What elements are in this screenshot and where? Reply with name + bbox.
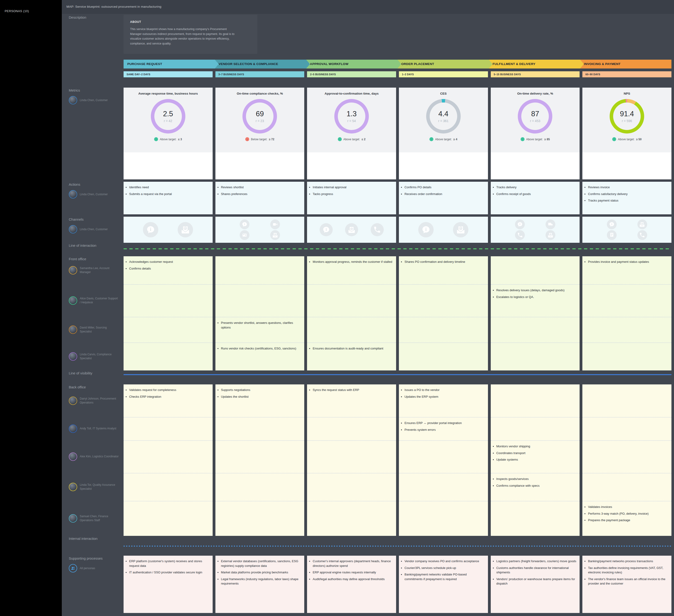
metric-cell-fulfillment-delivery[interactable]: On-time delivery rate, %87r = 453↑Above … [491, 88, 580, 179]
email-icon[interactable]: @ [546, 230, 555, 240]
front-office-cell[interactable] [215, 284, 305, 317]
front-office-cell[interactable] [124, 284, 213, 317]
portal-icon[interactable] [240, 230, 249, 240]
back-office-cell[interactable]: Validates request for completenessChecks… [124, 384, 213, 417]
stage-duration-vendor-selection-compliance[interactable]: 3–7 BUSINESS DAYS [215, 71, 305, 78]
back-office-cell[interactable]: Issues a PO to the vendorUpdates the ERP… [399, 384, 488, 417]
back-office-cell[interactable] [399, 501, 488, 536]
back-office-cell[interactable] [399, 440, 488, 473]
persona-alex-kim-logistics-coordinator[interactable]: Alex Kim, Logistics Coordinator [62, 452, 124, 461]
back-office-cell[interactable] [215, 440, 305, 473]
back-office-cell[interactable] [582, 473, 671, 501]
metric-cell-order-placement[interactable]: CES4.4r = 361↑Above target: ≥ 4 [399, 88, 488, 179]
metric-cell-vendor-selection-compliance[interactable]: On-time compliance checks, %69r = 23↓Bel… [215, 88, 305, 179]
persona-linda-tor-quality-assurance-specialist[interactable]: Linda Tor, Quality Assurance Specialist [62, 483, 124, 491]
front-office-cell[interactable] [124, 342, 213, 370]
front-office-cell[interactable]: Provides invoice and payment status upda… [582, 256, 671, 284]
front-office-cell[interactable] [399, 342, 488, 370]
front-office-cell[interactable] [491, 342, 580, 370]
phone-icon[interactable] [638, 230, 647, 240]
back-office-cell[interactable] [307, 417, 396, 440]
stage-duration-invoicing-payment[interactable]: 60–90 DAYS [582, 71, 671, 78]
supporting-cell-purchase-request[interactable]: ERP platform (customer's system) receive… [124, 556, 213, 613]
back-office-cell[interactable]: Supports negotiationsUpdates the shortli… [215, 384, 305, 417]
channels-cell-invoicing-payment[interactable]: @ [582, 217, 671, 243]
back-office-cell[interactable] [215, 417, 305, 440]
back-office-cell[interactable] [491, 501, 580, 536]
about-card[interactable]: ABOUT This service blueprint shows how a… [124, 15, 257, 54]
channels-cell-purchase-request[interactable]: @ [124, 217, 213, 243]
persona-linda-chen-customer[interactable]: Linda Chen, Customer [62, 225, 124, 234]
actions-cell-fulfillment-delivery[interactable]: Tracks deliveryConfirms receipt of goods [491, 182, 580, 214]
back-office-cell[interactable] [215, 473, 305, 501]
actions-cell-invoicing-payment[interactable]: Reviews invoiceConfirms satisfactory del… [582, 182, 671, 214]
front-office-cell[interactable]: Runs vendor risk checks (certifications,… [215, 342, 305, 370]
stage-header-approval-workflow[interactable]: APPROVAL WORKFLOW [306, 60, 401, 68]
back-office-cell[interactable]: Syncs the request status with ERP [307, 384, 396, 417]
video-icon[interactable] [270, 219, 280, 229]
back-office-cell[interactable] [124, 417, 213, 440]
back-office-cell[interactable] [491, 417, 580, 440]
persona-linda-chen-customer[interactable]: Linda Chen, Customer [62, 96, 124, 104]
front-office-cell[interactable]: Resolves delivery issues (delays, damage… [491, 284, 580, 317]
stage-header-vendor-selection-compliance[interactable]: VENDOR SELECTION & COMPLIANCE [215, 60, 310, 68]
back-office-cell[interactable] [307, 501, 396, 536]
email-icon[interactable]: @ [270, 230, 280, 240]
receipt-icon[interactable] [607, 230, 616, 240]
persona-linda-chen-customer[interactable]: Linda Chen, Customer [62, 190, 124, 198]
back-office-cell[interactable] [215, 501, 305, 536]
front-office-cell[interactable] [399, 317, 488, 342]
chat-info-icon[interactable] [418, 222, 434, 238]
supporting-cell-vendor-selection-compliance[interactable]: External vendor databases (certification… [215, 556, 305, 613]
front-office-cell[interactable]: Ensures documentation is audit-ready and… [307, 342, 396, 370]
phone-icon[interactable] [515, 230, 525, 240]
persona-linda-carvis-compliance-specialist[interactable]: Linda Carvis, Compliance Specialist [62, 352, 124, 361]
front-office-cell[interactable] [307, 317, 396, 342]
supporting-cell-invoicing-payment[interactable]: Banking/payment networks process transac… [582, 556, 671, 613]
back-office-cell[interactable]: Ensures ERP ↔ provider portal integratio… [399, 417, 488, 440]
front-office-cell[interactable] [582, 317, 671, 342]
back-office-cell[interactable] [124, 473, 213, 501]
front-office-cell[interactable]: Presents vendor shortlist, answers quest… [215, 317, 305, 342]
stage-duration-approval-workflow[interactable]: 2–5 BUSINESS DAYS [307, 71, 396, 78]
metric-cell-purchase-request[interactable]: Average response time, business hours2.5… [124, 88, 213, 179]
channels-cell-order-placement[interactable]: @ [399, 217, 488, 243]
actions-cell-approval-workflow[interactable]: Initiates internal approvalTacks progres… [307, 182, 396, 214]
persona-all-personas[interactable]: All personas [62, 564, 124, 573]
back-office-cell[interactable] [582, 440, 671, 473]
truck-icon[interactable] [546, 219, 555, 229]
actions-cell-purchase-request[interactable]: Identifies needSubmits a request via the… [124, 182, 213, 214]
email-icon[interactable]: @ [638, 219, 647, 229]
back-office-cell[interactable] [124, 440, 213, 473]
channels-cell-approval-workflow[interactable]: @ [307, 217, 396, 243]
back-office-cell[interactable] [582, 417, 671, 440]
persona-samantha-lee-account-manager[interactable]: Samantha Lee, Account Manager [62, 266, 124, 275]
back-office-cell[interactable] [124, 501, 213, 536]
front-office-cell[interactable] [124, 317, 213, 342]
persona-darryl-johnson-procurement-operations[interactable]: Darryl Johnson, Procurement Operations [62, 397, 124, 405]
supporting-cell-approval-workflow[interactable]: Customer's internal approvers (departmen… [307, 556, 396, 613]
email-icon[interactable]: @ [178, 222, 193, 238]
persona-david-miller-sourcing-specialist[interactable]: David Miller, Sourcing Specialist [62, 325, 124, 334]
chat-info-icon[interactable] [607, 219, 616, 229]
back-office-cell[interactable] [307, 473, 396, 501]
phone-icon[interactable] [371, 223, 384, 236]
metric-cell-invoicing-payment[interactable]: NPS91.4r = 596↑Above target: ≥ 50 [582, 88, 671, 179]
front-office-cell[interactable]: Acknowledges customer requestConfirms de… [124, 256, 213, 284]
sidebar-personas-label[interactable]: PERSONAS (10) [0, 0, 62, 13]
actions-cell-order-placement[interactable]: Confirms PO detailsReceives order confir… [399, 182, 488, 214]
back-office-cell[interactable] [582, 384, 671, 417]
back-office-cell[interactable] [399, 473, 488, 501]
chat-info-icon[interactable] [143, 222, 158, 238]
front-office-cell[interactable] [491, 256, 580, 284]
front-office-cell[interactable] [307, 284, 396, 317]
channels-cell-fulfillment-delivery[interactable]: @ [491, 217, 580, 243]
back-office-cell[interactable] [307, 440, 396, 473]
stage-header-invoicing-payment[interactable]: INVOICING & PAYMENT [580, 60, 671, 68]
back-office-cell[interactable]: Inspects goods/servicesConfirms complian… [491, 473, 580, 501]
back-office-cell[interactable]: Validates invoicesPerforms 3-way match (… [582, 501, 671, 536]
email-icon[interactable]: @ [453, 222, 468, 238]
front-office-cell[interactable]: Shares PO confirmation and delivery time… [399, 256, 488, 284]
supporting-cell-fulfillment-delivery[interactable]: Logistics partners (freight forwarders, … [491, 556, 580, 613]
persona-samuel-chen-finance-operations-staff[interactable]: Samuel Chen, Finance Operations Staff [62, 514, 124, 522]
